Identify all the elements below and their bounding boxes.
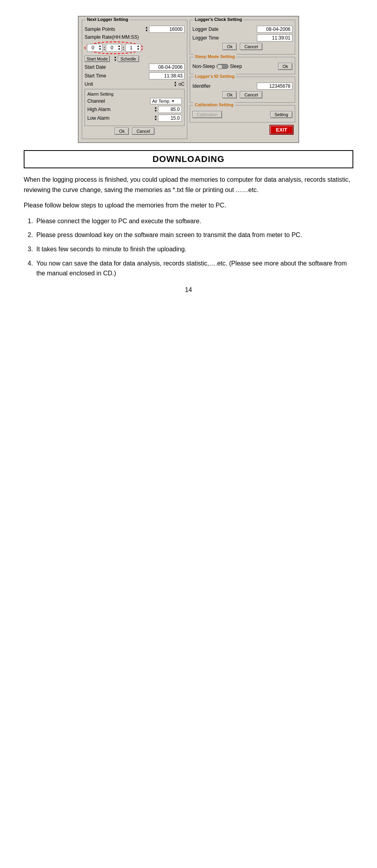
start-date-value[interactable]: 08-04-2006: [149, 64, 185, 71]
identifier-value[interactable]: 12345678: [257, 83, 292, 90]
toggle-track[interactable]: [217, 64, 228, 69]
list-content-4: You now can save the data for data analy…: [36, 258, 353, 279]
start-time-row: Start Time 11:38:43: [85, 72, 185, 79]
logger-time-value[interactable]: 11:39:01: [257, 34, 292, 41]
section-title-box: DOWNLOADING: [24, 150, 353, 168]
sleep-toggle[interactable]: [217, 64, 228, 69]
identifier-label: Identifier: [192, 83, 211, 89]
downloading-paragraph2: Please follow below steps to upload the …: [24, 200, 353, 211]
sample-points-spinners[interactable]: ▲▼: [145, 26, 148, 32]
left-cancel-button[interactable]: Cancel: [132, 128, 154, 135]
time-s-val: 1: [126, 45, 136, 51]
dialog-inner: Next Logger Setting Sample Points ▲▼ 160…: [82, 20, 295, 139]
list-num-1: 1.: [28, 216, 36, 226]
list-item: 1. Please connect the logger to PC and e…: [28, 216, 353, 226]
id-panel-title: Logger's ID Setting: [193, 74, 236, 79]
logger-date-label: Logger Date: [192, 26, 219, 32]
time-m-val: 0: [107, 45, 117, 51]
downloading-list: 1. Please connect the logger to PC and e…: [28, 216, 353, 279]
start-time-value[interactable]: 11:38:43: [149, 72, 185, 79]
list-content-1: Please connect the logger to PC and exec…: [36, 216, 353, 226]
screenshot-area: Next Logger Setting Sample Points ▲▼ 160…: [24, 16, 353, 143]
exit-row: EXIT: [190, 125, 295, 135]
right-column: Logger's Clock Setting Logger Date 08-04…: [190, 20, 295, 139]
sleep-ok-button[interactable]: Ok: [278, 63, 292, 70]
id-panel: Logger's ID Setting Identifier 12345678 …: [190, 77, 295, 103]
high-alarm-value[interactable]: 85.0: [158, 106, 182, 113]
unit-spinners[interactable]: ▲▼: [174, 81, 177, 87]
channel-label: Channel: [87, 98, 105, 104]
id-cancel-button[interactable]: Cancel: [240, 91, 262, 98]
calibration-row: Calibration Setting: [192, 111, 292, 118]
time-dashed-circle: 0 ▲▼ : 0 ▲▼ : 1 ▲▼: [85, 41, 143, 54]
unit-row: Unit ▲▼ oC: [85, 81, 185, 87]
sleep-label: Sleep: [230, 64, 242, 69]
time-h-box[interactable]: 0 ▲▼: [87, 44, 103, 52]
alarm-panel: Alarm Setting Channel Air Temp. ▼ High A…: [85, 89, 185, 126]
time-s-spinners[interactable]: ▲▼: [137, 45, 140, 51]
list-content-3: It takes few seconds to minute to finish…: [36, 244, 353, 254]
setting-button[interactable]: Setting: [270, 111, 292, 118]
channel-arrow-icon: ▼: [171, 99, 175, 103]
colon2: :: [123, 45, 124, 51]
logger-time-row: Logger Time 11:39:01: [192, 34, 292, 41]
clock-ok-button[interactable]: Ok: [222, 43, 237, 50]
alarm-panel-title: Alarm Setting: [87, 92, 182, 96]
low-alarm-spinners[interactable]: ▲▼: [154, 115, 157, 121]
list-item: 2. Please press download key on the soft…: [28, 230, 353, 240]
start-date-label: Start Date: [85, 64, 106, 70]
time-h-val: 0: [88, 45, 98, 51]
toggle-thumb: [217, 64, 222, 69]
high-alarm-row: High Alarm ▲▼ 85.0: [87, 106, 182, 113]
sample-points-label: Sample Points: [85, 26, 115, 32]
unit-label: Unit: [85, 81, 93, 87]
exit-button[interactable]: EXIT: [270, 125, 294, 135]
dialog-wrapper: Next Logger Setting Sample Points ▲▼ 160…: [78, 16, 299, 143]
sample-points-value[interactable]: 16000: [149, 26, 185, 33]
start-mode-row: Start Mode ▲▼ Schedle: [85, 56, 185, 62]
logger-time-label: Logger Time: [192, 35, 219, 41]
clock-cancel-button[interactable]: Cancel: [240, 43, 262, 50]
calibration-button: Calibration: [192, 111, 222, 118]
start-mode-label[interactable]: Start Mode: [85, 56, 110, 62]
sleep-row: Non-Sleep Sleep Ok: [192, 63, 292, 70]
clock-panel: Logger's Clock Setting Logger Date 08-04…: [190, 20, 295, 55]
sample-points-row: Sample Points ▲▼ 16000: [85, 26, 185, 33]
logger-date-value[interactable]: 08-04-2006: [257, 26, 292, 33]
logger-date-row: Logger Date 08-04-2006: [192, 26, 292, 33]
list-num-4: 4.: [28, 258, 36, 279]
page-number: 14: [24, 286, 353, 294]
sample-rate-row: Sample Rate(HH:MM:SS): [85, 34, 185, 40]
channel-dropdown[interactable]: Air Temp. ▼: [150, 98, 182, 104]
high-alarm-spinners[interactable]: ▲▼: [154, 106, 157, 113]
non-sleep-label: Non-Sleep: [192, 64, 215, 69]
start-mode-value[interactable]: Schedle: [118, 56, 139, 62]
left-panel: Next Logger Setting Sample Points ▲▼ 160…: [82, 20, 187, 139]
section-title: DOWNLOADING: [153, 154, 224, 164]
start-mode-spinners[interactable]: ▲▼: [114, 56, 117, 62]
list-item: 4. You now can save the data for data an…: [28, 258, 353, 279]
left-ok-button[interactable]: Ok: [115, 128, 129, 135]
high-alarm-label: High Alarm: [87, 107, 111, 112]
id-ok-cancel-row: Ok Cancel: [192, 91, 292, 98]
list-content-2: Please press download key on the softwar…: [36, 230, 353, 240]
low-alarm-value[interactable]: 15.0: [158, 115, 182, 122]
time-s-box[interactable]: 1 ▲▼: [125, 44, 141, 52]
left-panel-title: Next Logger Setting: [85, 17, 130, 22]
clock-ok-cancel-row: Ok Cancel: [192, 43, 292, 50]
sample-rate-label: Sample Rate(HH:MM:SS): [85, 34, 139, 40]
time-m-spinners[interactable]: ▲▼: [117, 45, 121, 51]
channel-row: Channel Air Temp. ▼: [87, 98, 182, 104]
low-alarm-row: Low Alarm ▲▼ 15.0: [87, 115, 182, 122]
left-ok-cancel-row: Ok Cancel: [85, 128, 185, 135]
id-ok-button[interactable]: Ok: [222, 91, 237, 98]
time-m-box[interactable]: 0 ▲▼: [106, 44, 122, 52]
calibration-panel-title: Calibration Setting: [193, 102, 235, 107]
downloading-paragraph1: When the logging process is finished, yo…: [24, 175, 353, 195]
sleep-panel-title: Sleep Mode Setting: [193, 54, 236, 59]
sleep-panel: Sleep Mode Setting Non-Sleep Sleep Ok: [190, 57, 295, 74]
clock-panel-title: Logger's Clock Setting: [193, 17, 243, 22]
time-row-outer: 0 ▲▼ : 0 ▲▼ : 1 ▲▼: [85, 41, 185, 54]
channel-value: Air Temp.: [152, 99, 170, 104]
time-h-spinners[interactable]: ▲▼: [98, 45, 102, 51]
